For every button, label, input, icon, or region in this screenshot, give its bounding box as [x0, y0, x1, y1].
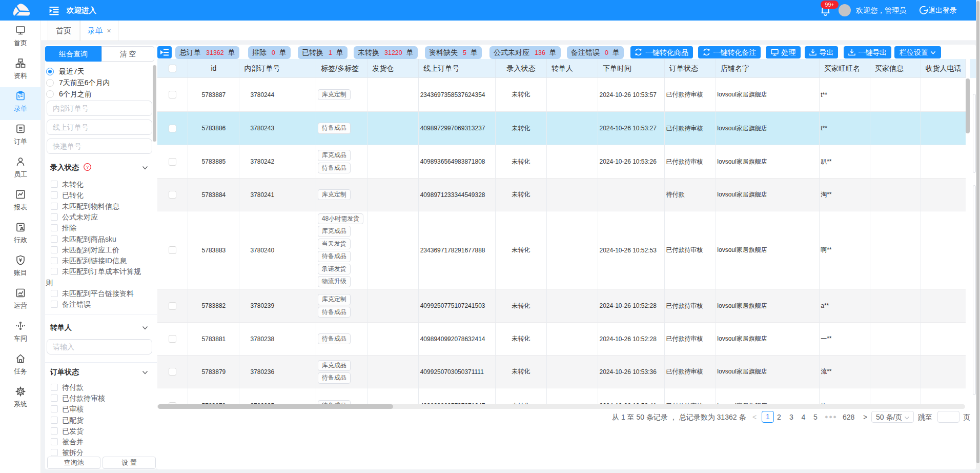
svg-text:?: ?: [86, 165, 89, 170]
